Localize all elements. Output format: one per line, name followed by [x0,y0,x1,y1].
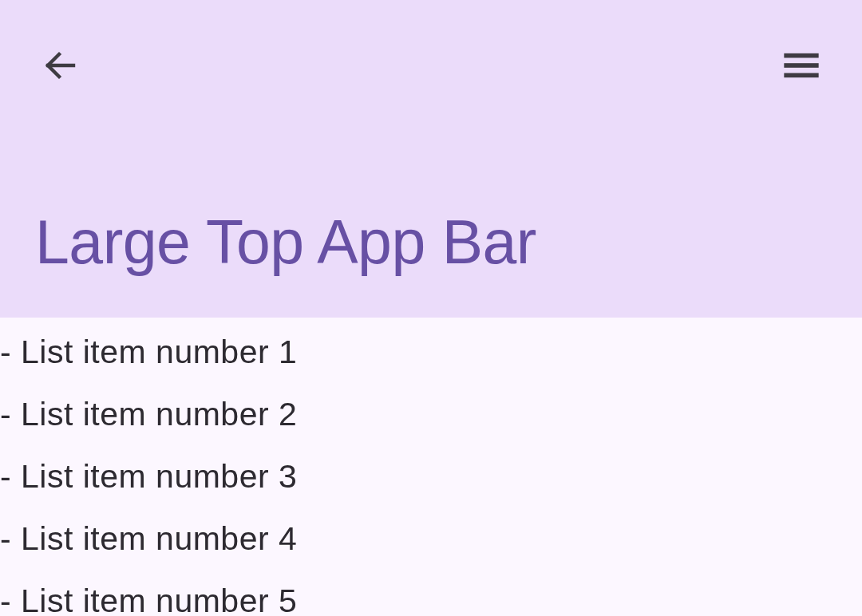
menu-icon [781,45,822,89]
svg-rect-1 [784,53,818,58]
appbar-title: Large Top App Bar [35,207,536,278]
arrow-back-icon [42,46,80,88]
top-app-bar: Large Top App Bar [0,0,862,318]
list-item: - List item number 2 [0,383,862,445]
list-item: - List item number 1 [0,321,862,383]
content-list[interactable]: - List item number 1 - List item number … [0,318,862,616]
list-item: - List item number 4 [0,507,862,570]
menu-button[interactable] [776,41,827,93]
list-item: - List item number 3 [0,445,862,507]
back-button[interactable] [35,41,86,93]
svg-rect-2 [784,63,818,68]
svg-rect-3 [784,73,818,78]
list-item: - List item number 5 [0,570,862,616]
